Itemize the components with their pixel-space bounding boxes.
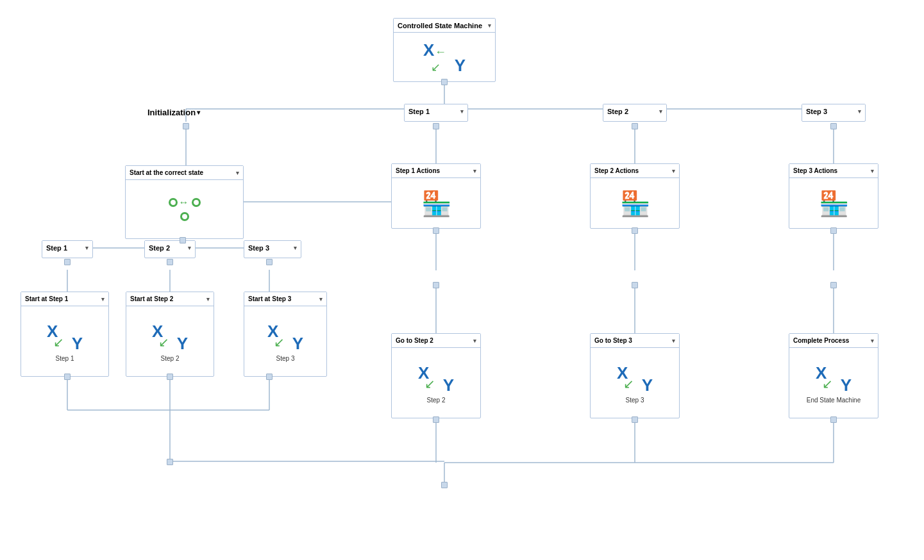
- connector-step3-top-bottom: [830, 123, 837, 129]
- step2-init-header[interactable]: Step 2 ▾: [145, 241, 195, 255]
- connector-step2-top-bottom: [632, 123, 638, 129]
- step2-top-node: Step 2 ▾: [603, 104, 667, 122]
- connector-csm-bottom: [441, 79, 448, 85]
- complete-process-node: Complete Process ▾ X Y ↙ End State Machi…: [789, 333, 878, 418]
- ss2-header[interactable]: Start at Step 2 ▾: [126, 292, 214, 306]
- s1a-dropdown[interactable]: ▾: [473, 168, 476, 174]
- shop-icon: 🏪: [421, 192, 451, 216]
- scs-icon: ↔: [169, 197, 201, 223]
- connector-gs3-top: [632, 282, 638, 288]
- ss1-header[interactable]: Start at Step 1 ▾: [21, 292, 108, 306]
- gs2-body: X Y ↙ Step 2: [414, 348, 458, 418]
- init-dropdown[interactable]: ▾: [197, 109, 200, 116]
- step3-init-header[interactable]: Step 3 ▾: [244, 241, 301, 255]
- y-letter: Y: [455, 56, 466, 76]
- gs2-icon: X Y ↙: [417, 363, 455, 395]
- shop-icon-3: 🏪: [819, 192, 849, 216]
- s2a-body: 🏪: [617, 178, 653, 228]
- arrow-right-icon: ←: [435, 45, 446, 59]
- connector-ss3-bottom: [266, 374, 273, 380]
- step3-top-dropdown[interactable]: ▾: [858, 108, 861, 115]
- start-step3-node: Start at Step 3 ▾ X Y ↙ Step 3: [244, 292, 327, 377]
- connector-merge: [167, 459, 173, 465]
- s1a-body: 🏪: [419, 178, 454, 228]
- cp-header[interactable]: Complete Process ▾: [789, 334, 878, 348]
- gs3-dropdown[interactable]: ▾: [672, 338, 675, 344]
- step1-actions-node: Step 1 Actions ▾ 🏪: [391, 163, 481, 229]
- workflow-canvas: Controlled State Machine ▾ X Y ← ↙ Initi…: [0, 0, 924, 560]
- shop-icon-2: 🏪: [620, 192, 650, 216]
- step1-init-node: Step 1 ▾: [42, 240, 93, 258]
- ss1-body: X Y ↙ Step 1: [43, 306, 87, 376]
- connector-s1init-bottom: [64, 259, 71, 265]
- cp-dropdown[interactable]: ▾: [871, 338, 874, 344]
- gs2-header[interactable]: Go to Step 2 ▾: [392, 334, 480, 348]
- connector-cp-top: [830, 282, 837, 288]
- gs3-header[interactable]: Go to Step 3 ▾: [591, 334, 679, 348]
- step3-top-header[interactable]: Step 3 ▾: [802, 104, 865, 119]
- s1a-header[interactable]: Step 1 Actions ▾: [392, 164, 480, 178]
- connector-s1a-bottom: [433, 227, 439, 234]
- csm-header[interactable]: Controlled State Machine ▾: [394, 19, 495, 33]
- arrow-both: ↔: [179, 197, 190, 208]
- step2-top-header[interactable]: Step 2 ▾: [603, 104, 666, 119]
- connector-s2init-bottom: [167, 259, 173, 265]
- step3-actions-node: Step 3 Actions ▾ 🏪: [789, 163, 878, 229]
- connector-final: [441, 482, 448, 488]
- scs-body: ↔: [166, 180, 203, 238]
- step2-top-dropdown[interactable]: ▾: [659, 108, 662, 115]
- scs-dropdown[interactable]: ▾: [236, 170, 239, 176]
- s3a-body: 🏪: [816, 178, 852, 228]
- s3a-header[interactable]: Step 3 Actions ▾: [789, 164, 878, 178]
- connection-lines: [0, 0, 924, 560]
- gs3-body: X Y ↙ Step 3: [613, 348, 657, 418]
- csm-icon: X Y ← ↙: [422, 40, 467, 76]
- controlled-state-machine-node: Controlled State Machine ▾ X Y ← ↙: [393, 18, 496, 82]
- connector-gs2-bottom: [433, 416, 439, 423]
- circle-bottom: [180, 212, 189, 221]
- connector-cp-bottom: [830, 416, 837, 423]
- ss3-body: X Y ↙ Step 3: [264, 306, 307, 376]
- connector-step1-top-bottom: [433, 123, 439, 129]
- step1-top-header[interactable]: Step 1 ▾: [405, 104, 467, 119]
- ss2-dropdown[interactable]: ▾: [206, 296, 210, 302]
- s2a-dropdown[interactable]: ▾: [672, 168, 675, 174]
- arrow-left-icon: ↙: [431, 60, 441, 74]
- ss3-header[interactable]: Start at Step 3 ▾: [244, 292, 326, 306]
- step1-init-dropdown[interactable]: ▾: [85, 245, 88, 251]
- ss3-dropdown[interactable]: ▾: [319, 296, 323, 302]
- s3a-dropdown[interactable]: ▾: [871, 168, 874, 174]
- gs3-icon: X Y ↙: [616, 363, 654, 395]
- start-correct-state-node: Start at the correct state ▾ ↔: [125, 165, 244, 239]
- circle-left: [169, 198, 178, 207]
- step1-init-header[interactable]: Step 1 ▾: [42, 241, 92, 255]
- scs-header[interactable]: Start at the correct state ▾: [126, 166, 243, 180]
- connector-s2a-bottom: [632, 227, 638, 234]
- step3-init-dropdown[interactable]: ▾: [294, 245, 297, 251]
- step2-actions-node: Step 2 Actions ▾ 🏪: [590, 163, 680, 229]
- connector-gs3-bottom: [632, 416, 638, 423]
- connector-scs-bottom: [180, 237, 186, 243]
- csm-dropdown[interactable]: ▾: [488, 22, 491, 29]
- connector-init-bottom: [183, 123, 189, 129]
- connector-ss2-bottom: [167, 374, 173, 380]
- go-step3-node: Go to Step 3 ▾ X Y ↙ Step 3: [590, 333, 680, 418]
- step3-init-node: Step 3 ▾: [244, 240, 301, 258]
- cp-icon: X Y ↙: [814, 363, 853, 395]
- start-step2-node: Start at Step 2 ▾ X Y ↙ Step 2: [126, 292, 214, 377]
- go-step2-node: Go to Step 2 ▾ X Y ↙ Step 2: [391, 333, 481, 418]
- step2-init-node: Step 2 ▾: [144, 240, 196, 258]
- ss2-icon: X Y ↙: [151, 322, 189, 354]
- ss3-icon: X Y ↙: [266, 322, 305, 354]
- circle-right: [192, 198, 201, 207]
- gs2-dropdown[interactable]: ▾: [473, 338, 476, 344]
- step2-init-dropdown[interactable]: ▾: [188, 245, 191, 251]
- ss1-dropdown[interactable]: ▾: [101, 296, 105, 302]
- connector-s3init-bottom: [266, 259, 273, 265]
- connector-s3a-bottom: [830, 227, 837, 234]
- step3-top-node: Step 3 ▾: [802, 104, 866, 122]
- step1-top-node: Step 1 ▾: [404, 104, 468, 122]
- s2a-header[interactable]: Step 2 Actions ▾: [591, 164, 679, 178]
- step1-top-dropdown[interactable]: ▾: [460, 108, 464, 115]
- initialization-label[interactable]: Initialization ▾: [147, 108, 200, 117]
